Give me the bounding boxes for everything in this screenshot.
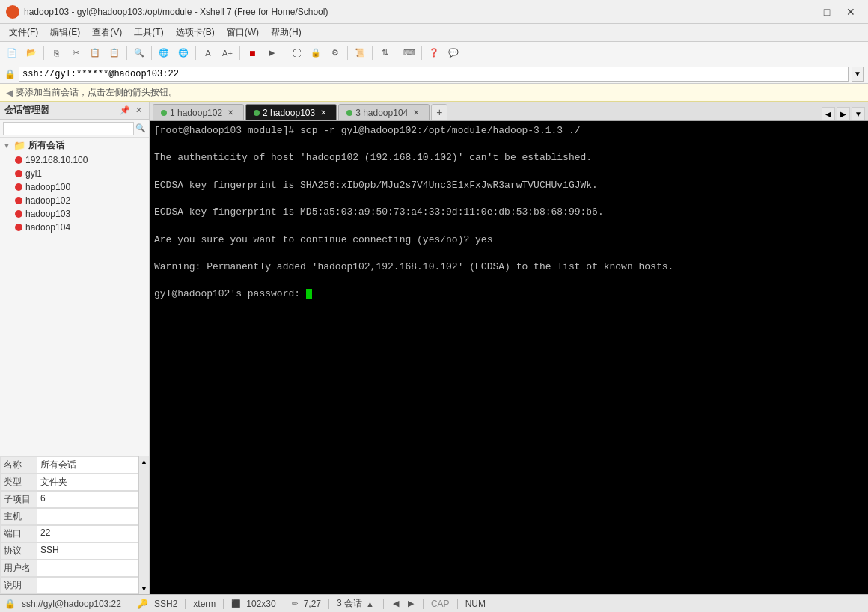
session-search-input[interactable] bbox=[3, 122, 134, 135]
lock-button[interactable]: 🔒 bbox=[307, 45, 325, 61]
chat-button[interactable]: 💬 bbox=[444, 45, 462, 61]
tab-nav-dropdown[interactable]: ▼ bbox=[852, 107, 865, 120]
sessions-up-button[interactable]: ▲ bbox=[364, 599, 376, 608]
tree-session-hadoop104[interactable]: hadoop104 bbox=[0, 221, 149, 234]
prop-label-name: 名称 bbox=[0, 456, 37, 474]
session-status-dot bbox=[15, 183, 22, 191]
prop-row-host: 主机 bbox=[0, 508, 138, 525]
help-button[interactable]: ❓ bbox=[425, 45, 443, 61]
search-button[interactable]: 🔍 bbox=[130, 45, 148, 61]
tab-hadoop104[interactable]: 3 hadoop104 ✕ bbox=[338, 104, 430, 120]
menu-file[interactable]: 文件(F) bbox=[3, 25, 44, 40]
terminal-line-2: The authenticity of host 'hadoop102 (192… bbox=[154, 151, 864, 165]
prop-value-host bbox=[37, 508, 138, 525]
menu-tabs[interactable]: 选项卡(B) bbox=[170, 25, 221, 40]
expand-button[interactable]: ⛶ bbox=[287, 45, 305, 61]
cut-button[interactable]: ✂ bbox=[67, 45, 85, 61]
status-position: 7,27 bbox=[304, 599, 321, 609]
font2-button[interactable]: A+ bbox=[218, 45, 236, 61]
menu-view[interactable]: 查看(V) bbox=[86, 25, 128, 40]
minimize-button[interactable]: — bbox=[792, 4, 814, 19]
expand-icon: ▼ bbox=[3, 141, 10, 150]
new-session-button[interactable]: 📄 bbox=[3, 45, 21, 61]
tab-close-button[interactable]: ✕ bbox=[225, 108, 236, 118]
tree-item-label: 所有会话 bbox=[28, 139, 64, 152]
tab-close-button[interactable]: ✕ bbox=[318, 108, 328, 118]
paste-button[interactable]: 📋 bbox=[86, 45, 104, 61]
tree-session-hadoop103[interactable]: hadoop103 bbox=[0, 207, 149, 221]
terminal[interactable]: [root@hadoop103 module]# scp -r gyl@hado… bbox=[150, 121, 868, 594]
status-address: ssh://gyl@hadoop103:22 bbox=[22, 599, 121, 609]
status-lock-icon: 🔒 bbox=[4, 599, 16, 609]
window-controls: — □ ✕ bbox=[792, 4, 862, 19]
script-button[interactable]: 📜 bbox=[351, 45, 369, 61]
config-button[interactable]: ⚙ bbox=[326, 45, 344, 61]
font-button[interactable]: A bbox=[199, 45, 217, 61]
session-tree: ▼ 📁 所有会话 192.168.10.100 gyl1 bbox=[0, 138, 149, 456]
prop-label-port: 端口 bbox=[0, 525, 37, 542]
toolbar-separator-8 bbox=[372, 46, 373, 60]
address-dropdown[interactable]: ▼ bbox=[852, 67, 864, 82]
terminal-line-5: Are you sure you want to continue connec… bbox=[154, 233, 864, 247]
addressbar: 🔒 ▼ bbox=[0, 64, 868, 84]
tab-status-dot bbox=[254, 110, 260, 116]
session-label: hadoop103 bbox=[25, 209, 70, 219]
terminal-line-1: [root@hadoop103 module]# scp -r gyl@hado… bbox=[154, 124, 864, 138]
globe-button[interactable]: 🌐 bbox=[155, 45, 173, 61]
tab-close-button[interactable]: ✕ bbox=[411, 108, 421, 118]
prop-scroll-up[interactable]: ▲ bbox=[139, 456, 149, 467]
prop-value-desc bbox=[37, 577, 138, 594]
status-sep-1 bbox=[129, 599, 129, 609]
prop-row-name: 名称 所有会话 bbox=[0, 456, 138, 474]
play-button[interactable]: ▶ bbox=[263, 45, 281, 61]
toolbar-separator-5 bbox=[239, 46, 240, 60]
panel-close-button[interactable]: ✕ bbox=[132, 105, 144, 117]
prop-scrollbar[interactable]: ▲ ▼ bbox=[138, 456, 149, 594]
panel-pin-button[interactable]: 📌 bbox=[119, 105, 131, 117]
prop-value-items: 6 bbox=[37, 491, 138, 508]
menu-window[interactable]: 窗口(W) bbox=[221, 25, 265, 40]
tree-all-sessions[interactable]: ▼ 📁 所有会话 bbox=[0, 138, 149, 153]
toolbar-separator-9 bbox=[397, 46, 397, 60]
paste2-button[interactable]: 📋 bbox=[106, 45, 123, 61]
prop-scroll-down[interactable]: ▼ bbox=[139, 584, 149, 594]
copy-button[interactable]: ⎘ bbox=[47, 45, 65, 61]
tree-session-192[interactable]: 192.168.10.100 bbox=[0, 153, 149, 167]
new-tab-button[interactable]: + bbox=[431, 104, 447, 120]
open-button[interactable]: 📂 bbox=[22, 45, 40, 61]
terminal-line-6: Warning: Permanently added 'hadoop102,19… bbox=[154, 260, 864, 274]
close-button[interactable]: ✕ bbox=[840, 4, 862, 19]
prop-label-host: 主机 bbox=[0, 508, 37, 525]
prop-row-username: 用户名 bbox=[0, 560, 138, 577]
tree-session-hadoop100[interactable]: hadoop100 bbox=[0, 180, 149, 194]
address-input[interactable] bbox=[19, 67, 849, 82]
status-prev-session-button[interactable]: ◀ bbox=[391, 599, 400, 608]
prop-value-name: 所有会话 bbox=[37, 456, 138, 474]
tree-session-gyl1[interactable]: gyl1 bbox=[0, 167, 149, 180]
tab-nav-left[interactable]: ◀ bbox=[822, 107, 835, 120]
keyboard-button[interactable]: ⌨ bbox=[400, 45, 418, 61]
menu-edit[interactable]: 编辑(E) bbox=[44, 25, 86, 40]
session-panel-body: ▼ 📁 所有会话 192.168.10.100 gyl1 bbox=[0, 138, 149, 594]
tab-nav-buttons: ◀ ▶ ▼ bbox=[822, 107, 865, 120]
tab-hadoop102[interactable]: 1 hadoop102 ✕ bbox=[153, 104, 244, 120]
tree-session-hadoop102[interactable]: hadoop102 bbox=[0, 194, 149, 207]
prop-label-username: 用户名 bbox=[0, 560, 37, 577]
panel-header-buttons: 📌 ✕ bbox=[119, 105, 144, 117]
menu-help[interactable]: 帮助(H) bbox=[265, 25, 308, 40]
status-protocol-icon: 🔑 bbox=[137, 599, 148, 609]
session-label: hadoop102 bbox=[25, 195, 70, 206]
session-status-dot bbox=[15, 170, 22, 177]
tab-nav-right[interactable]: ▶ bbox=[837, 107, 850, 120]
menu-tools[interactable]: 工具(T) bbox=[128, 25, 169, 40]
maximize-button[interactable]: □ bbox=[816, 4, 838, 19]
status-next-session-button[interactable]: ▶ bbox=[406, 599, 415, 608]
transfer-button[interactable]: ⇅ bbox=[376, 45, 394, 61]
prop-label-type: 类型 bbox=[0, 474, 37, 491]
terminal-dimensions-icon: ⬛ bbox=[231, 599, 240, 608]
globe2-button[interactable]: 🌐 bbox=[174, 45, 192, 61]
stop-button[interactable]: ⏹ bbox=[243, 45, 261, 61]
prop-scroll-container: 名称 所有会话 类型 文件夹 子项目 6 bbox=[0, 456, 149, 594]
tab-hadoop103[interactable]: 2 hadoop103 ✕ bbox=[245, 104, 337, 120]
status-encoding: xterm bbox=[193, 599, 216, 609]
